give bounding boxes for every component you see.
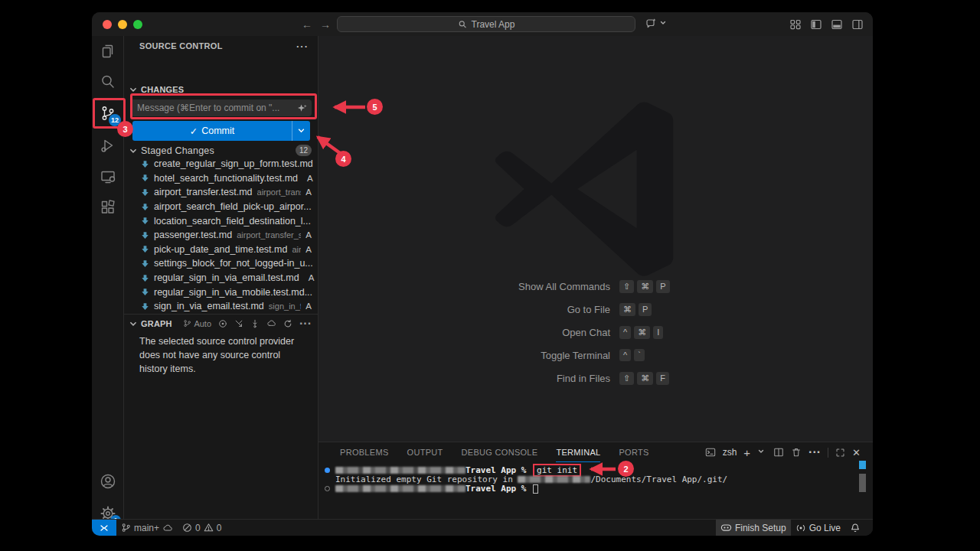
shell-label[interactable]: zsh — [723, 447, 737, 458]
graph-more-icon[interactable]: ··· — [299, 317, 312, 331]
vscode-logo-watermark — [482, 85, 690, 293]
graph-section-header[interactable]: GRAPH Auto ··· — [124, 314, 318, 331]
run-debug-icon[interactable] — [99, 136, 117, 155]
staged-file-row[interactable]: airport_search_field_pick-up_airpor...A — [124, 200, 318, 214]
notifications-bell-icon[interactable] — [845, 520, 865, 536]
command-center-search[interactable]: Travel App — [337, 16, 635, 32]
problems-indicator[interactable]: 0 0 — [178, 520, 226, 536]
key: P — [656, 280, 669, 293]
markdown-file-icon — [141, 245, 149, 253]
split-terminal-icon[interactable] — [773, 447, 784, 458]
editor-area: Show All Commands⇧⌘P Go to File⌘P Open C… — [318, 36, 873, 442]
staged-file-row[interactable]: settings_block_for_not_logged-in_u...A — [124, 256, 318, 271]
staged-count-badge: 12 — [296, 145, 312, 156]
commit-button[interactable]: ✓ Commit — [132, 121, 310, 141]
welcome-shortcuts: Show All Commands⇧⌘P Go to File⌘P Open C… — [318, 275, 873, 390]
staged-file-row[interactable]: airport_transfer.test.mdairport_trans...… — [124, 185, 318, 200]
terminal-output[interactable]: Travel App % git init Initialized empty … — [325, 465, 854, 494]
errors-icon — [182, 523, 192, 533]
toggle-primary-sidebar-icon[interactable] — [810, 18, 822, 31]
staged-file-row[interactable]: hotel_search_functionality.test.mdA — [124, 171, 318, 186]
close-window-button[interactable] — [103, 20, 112, 29]
staged-changes-header[interactable]: Staged Changes 12 — [124, 144, 318, 157]
tab-problems[interactable]: PROBLEMS — [340, 442, 389, 462]
account-icon[interactable] — [99, 472, 117, 491]
copilot-chat-icon — [645, 18, 657, 30]
search-text: Travel App — [472, 19, 515, 30]
kill-terminal-icon[interactable] — [791, 447, 802, 458]
annotation-number-5: 5 — [367, 99, 383, 115]
key: ⌘ — [619, 303, 635, 316]
graph-auto-toggle[interactable]: Auto — [183, 319, 211, 328]
more-actions-icon[interactable]: ··· — [296, 41, 309, 52]
terminal-icon — [705, 447, 716, 458]
redacted-text — [518, 476, 590, 483]
staged-file-row[interactable]: regular_sign_in_via_email.test.mdsi...A — [124, 271, 318, 285]
traffic-lights — [103, 20, 142, 29]
refresh-icon[interactable] — [283, 319, 292, 328]
finish-setup-button[interactable]: Finish Setup — [716, 520, 791, 536]
annotation-number-4: 4 — [335, 151, 351, 167]
remote-explorer-icon[interactable] — [99, 168, 117, 186]
key: ⇧ — [619, 372, 634, 385]
maximize-panel-icon[interactable] — [835, 448, 845, 458]
target-icon[interactable] — [218, 319, 227, 328]
terminal-dropdown-icon[interactable] — [757, 448, 766, 457]
staged-file-row[interactable]: create_regular_sign_up_form.test.mdA — [124, 157, 318, 171]
zoom-window-button[interactable] — [133, 20, 142, 29]
terminal-line: Travel App % git init — [325, 465, 854, 474]
staged-file-row[interactable]: sign_in_via_email.test.mdsign_in_fo...A — [124, 299, 318, 314]
fetch-icon[interactable] — [234, 319, 243, 328]
remote-indicator[interactable] — [92, 520, 116, 536]
tab-output[interactable]: OUTPUT — [407, 442, 443, 462]
markdown-file-icon — [141, 231, 149, 240]
pull-icon[interactable] — [250, 319, 260, 328]
markdown-file-icon — [141, 174, 149, 182]
toggle-panel-icon[interactable] — [831, 18, 843, 31]
staged-file-row[interactable]: location_search_field_destination_l...A — [124, 214, 318, 228]
go-live-button[interactable]: Go Live — [791, 520, 845, 536]
close-panel-icon[interactable]: ✕ — [852, 447, 861, 458]
history-back-icon[interactable]: ← — [302, 18, 312, 31]
staged-file-row[interactable]: regular_sign_in_via_mobile.test.md...A — [124, 285, 318, 299]
markdown-file-icon — [141, 302, 149, 311]
staged-file-row[interactable]: passenger.test.mdairport_transfer_s...A — [124, 228, 318, 243]
key: P — [639, 303, 652, 316]
key: F — [656, 372, 669, 385]
key: ^ — [619, 349, 631, 361]
history-forward-icon[interactable]: → — [320, 18, 331, 31]
terminal-scrollbar[interactable] — [859, 474, 866, 492]
explorer-icon[interactable] — [99, 42, 117, 60]
command-pending-circle — [325, 486, 330, 491]
tab-debug-console[interactable]: DEBUG CONSOLE — [462, 442, 538, 462]
push-cloud-icon[interactable] — [266, 318, 276, 328]
key: ⌘ — [634, 326, 650, 339]
scrollbar-marker — [859, 461, 866, 469]
copilot-face-icon — [720, 522, 732, 533]
branch-indicator[interactable]: main+ — [116, 520, 178, 536]
publish-cloud-icon — [162, 523, 173, 533]
key: ⇧ — [619, 280, 634, 293]
customize-layout-icon[interactable] — [789, 18, 802, 31]
markdown-file-icon — [141, 217, 149, 225]
toggle-secondary-sidebar-icon[interactable] — [851, 18, 864, 31]
title-bar: ← → Travel App — [92, 12, 873, 36]
search-icon — [458, 20, 467, 29]
staged-file-row[interactable]: pick-up_date_and_time.test.mdairp...A — [124, 243, 318, 257]
tab-terminal[interactable]: TERMINAL — [556, 442, 600, 462]
key: ⌘ — [637, 280, 653, 293]
tab-ports[interactable]: PORTS — [619, 442, 648, 462]
minimize-window-button[interactable] — [118, 20, 127, 29]
copilot-menu[interactable] — [645, 18, 668, 30]
redacted-text — [335, 467, 466, 474]
extensions-icon[interactable] — [99, 198, 117, 217]
search-view-icon[interactable] — [99, 73, 117, 91]
key: ^ — [619, 326, 631, 339]
panel-more-icon[interactable]: ··· — [808, 445, 821, 459]
commit-dropdown-button[interactable] — [292, 121, 310, 141]
annotation-box-commit-button — [130, 93, 317, 119]
markdown-file-icon — [141, 203, 149, 211]
new-terminal-icon[interactable]: + — [743, 446, 750, 459]
git-status-added: A — [301, 230, 312, 240]
broadcast-icon — [795, 523, 806, 533]
